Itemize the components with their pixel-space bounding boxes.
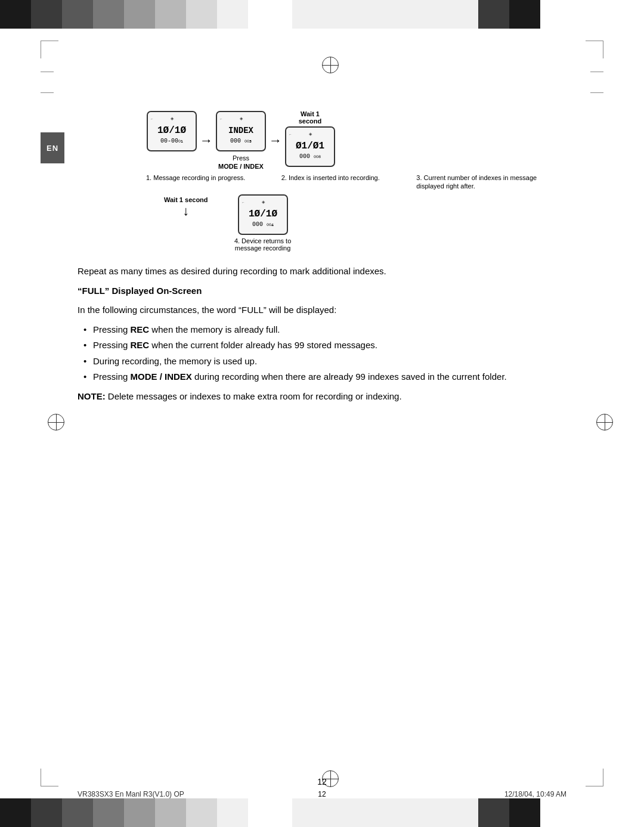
bullet-item-4: Pressing MODE / INDEX during recording w… (83, 370, 566, 384)
en-label: EN (41, 132, 64, 163)
svg-text:1Ø/1Ø: 1Ø/1Ø (249, 209, 277, 219)
svg-text:000 ₀₀₈: 000 ₀₀₈ (299, 153, 321, 160)
top-color-bar (0, 0, 644, 29)
down-arrow: ↓ (182, 205, 189, 218)
device4-svg: ◈ ⌐ 1Ø/1Ø 000 ₀₀₄ (237, 194, 289, 236)
text-section: Repeat as many times as desired during r… (78, 265, 566, 403)
device2-svg: ◈ ⌐ INDEX 000 ₀₀₃ (215, 110, 267, 152)
device3-svg: ◈ ⌐ Ø1/Ø1 000 ₀₀₈ (284, 126, 336, 168)
bullet-item-3: During recording, the memory is used up. (83, 355, 566, 368)
step2-text: 2. Index is inserted into recording. (281, 174, 405, 191)
diagram-main-row: ◈ ⌐ 1Ø/1Ø 00-00₀₁ → ◈ ⌐ INDEX 000 ₀ (146, 110, 546, 171)
diagram-area: ◈ ⌐ 1Ø/1Ø 00-00₀₁ → ◈ ⌐ INDEX 000 ₀ (78, 110, 566, 252)
bullet-list: Pressing REC when the memory is already … (78, 323, 566, 384)
corner-mark-bl (41, 769, 58, 786)
corner-mark-tr (586, 41, 603, 58)
step1-text: 1. Message recording in progress. (146, 174, 270, 191)
svg-text:⌐: ⌐ (289, 132, 292, 136)
footer-right: 12/18/04, 10:49 AM (504, 790, 566, 798)
note-text: NOTE: Delete messages or indexes to make… (78, 390, 566, 404)
footer-center: 12 (318, 790, 326, 798)
side-mark-right-top (590, 72, 603, 72)
steps-row: 1. Message recording in progress. 2. Ind… (146, 174, 540, 191)
corner-mark-br (586, 769, 603, 786)
arrow2: → (269, 120, 282, 162)
bullet-item-1: Pressing REC when the memory is already … (83, 323, 566, 337)
step3-text: 3. Current number of indexes in message … (416, 174, 540, 191)
device1-svg: ◈ ⌐ 1Ø/1Ø 00-00₀₁ (146, 110, 197, 152)
device1-col: ◈ ⌐ 1Ø/1Ø 00-00₀₁ (146, 110, 197, 152)
wait-col: Wait 1 second ◈ ⌐ Ø1/Ø1 000 ₀₀₈ (284, 110, 336, 168)
corner-mark-tl (41, 41, 58, 58)
note-label: NOTE: (78, 391, 106, 401)
diagram-bottom: Wait 1 second ↓ ◈ ⌐ 1Ø/1Ø 000 ₀₀₄ 4. Dev… (146, 190, 546, 252)
svg-text:00-00₀₁: 00-00₀₁ (160, 138, 183, 144)
arrow1: → (200, 120, 213, 162)
device2-col: ◈ ⌐ INDEX 000 ₀₀₃ Press MODE / INDEX (215, 110, 267, 171)
svg-text:1Ø/1Ø: 1Ø/1Ø (157, 125, 186, 136)
svg-text:⌐: ⌐ (220, 117, 222, 120)
wait1-label: Wait 1 second (299, 110, 322, 125)
bullet-item-2: Pressing REC when the current folder alr… (83, 339, 566, 352)
svg-text:000 ₀₀₃: 000 ₀₀₃ (230, 138, 252, 144)
svg-text:⌐: ⌐ (151, 117, 153, 120)
main-content: ◈ ⌐ 1Ø/1Ø 00-00₀₁ → ◈ ⌐ INDEX 000 ₀ (78, 110, 566, 409)
page-number: 12 (317, 777, 327, 786)
device4-col: ◈ ⌐ 1Ø/1Ø 000 ₀₀₄ 4. Device returns to m… (227, 194, 299, 252)
side-mark-left-mid (41, 92, 54, 93)
svg-text:⌐: ⌐ (242, 200, 244, 204)
svg-text:Ø1/Ø1: Ø1/Ø1 (296, 141, 324, 151)
intro-text: In the following circumstances, the word… (78, 303, 566, 317)
side-mark-left-top (41, 72, 54, 72)
svg-text:INDEX: INDEX (228, 126, 254, 135)
side-mark-right-mid (590, 92, 603, 93)
svg-text:000 ₀₀₄: 000 ₀₀₄ (252, 221, 274, 228)
wait-second-label: Wait 1 second (164, 196, 208, 203)
section-title: “FULL” Displayed On-Screen (78, 284, 566, 298)
note-body: Delete messages or indexes to make extra… (108, 391, 402, 401)
footer-left: VR383SX3 En Manl R3(V1.0) OP (78, 790, 184, 798)
repeat-paragraph: Repeat as many times as desired during r… (78, 265, 566, 278)
step4-text: 4. Device returns to message recording (227, 237, 299, 252)
press-label: Press MODE / INDEX (218, 154, 264, 171)
bottom-color-bar (0, 798, 644, 827)
